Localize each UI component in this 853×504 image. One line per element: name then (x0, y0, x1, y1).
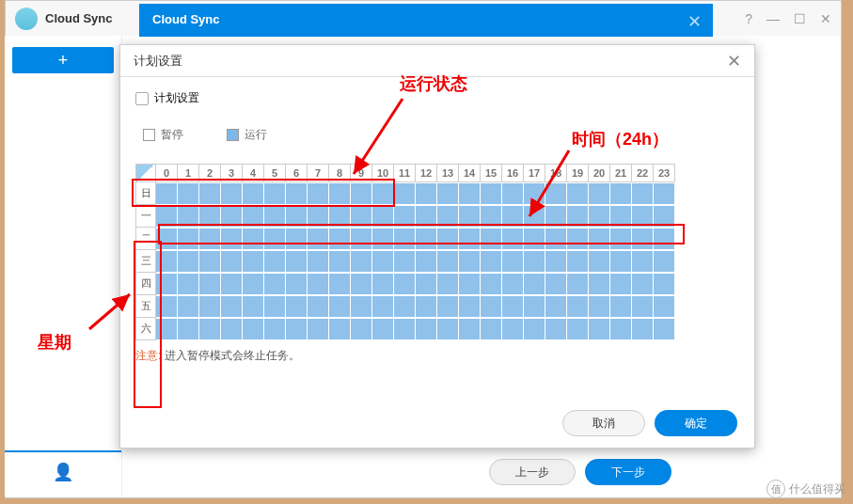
schedule-cell[interactable] (589, 205, 610, 228)
schedule-cell[interactable] (610, 228, 632, 250)
schedule-cell[interactable] (632, 295, 654, 318)
schedule-cell[interactable] (502, 273, 524, 295)
hour-header-cell[interactable]: 18 (545, 164, 567, 182)
schedule-cell[interactable] (545, 250, 567, 273)
schedule-cell[interactable] (654, 228, 675, 250)
schedule-cell[interactable] (524, 250, 545, 273)
grid-corner[interactable] (135, 164, 156, 182)
schedule-cell[interactable] (178, 182, 199, 205)
schedule-cell[interactable] (221, 182, 243, 205)
day-header-cell[interactable]: 三 (135, 250, 156, 273)
hour-header-cell[interactable]: 19 (567, 164, 589, 182)
schedule-cell[interactable] (351, 182, 372, 205)
schedule-cell[interactable] (329, 250, 351, 273)
schedule-cell[interactable] (264, 273, 286, 295)
schedule-cell[interactable] (610, 295, 632, 318)
schedule-cell[interactable] (199, 182, 221, 205)
schedule-cell[interactable] (243, 205, 264, 228)
schedule-cell[interactable] (178, 250, 199, 273)
day-header-cell[interactable]: 一 (135, 205, 156, 228)
schedule-cell[interactable] (308, 205, 329, 228)
schedule-cell[interactable] (502, 250, 524, 273)
hour-header-cell[interactable]: 2 (199, 164, 221, 182)
schedule-cell[interactable] (351, 228, 372, 250)
schedule-cell[interactable] (545, 318, 567, 340)
schedule-cell[interactable] (502, 295, 524, 318)
schedule-cell[interactable] (199, 318, 221, 340)
schedule-cell[interactable] (610, 182, 632, 205)
schedule-cell[interactable] (308, 182, 329, 205)
schedule-cell[interactable] (502, 205, 524, 228)
schedule-cell[interactable] (178, 273, 199, 295)
schedule-cell[interactable] (329, 182, 351, 205)
schedule-cell[interactable] (372, 295, 394, 318)
schedule-cell[interactable] (416, 250, 437, 273)
schedule-cell[interactable] (372, 250, 394, 273)
schedule-cell[interactable] (437, 295, 459, 318)
schedule-cell[interactable] (416, 273, 437, 295)
schedule-cell[interactable] (481, 295, 502, 318)
schedule-cell[interactable] (610, 273, 632, 295)
schedule-cell[interactable] (286, 250, 308, 273)
schedule-cell[interactable] (178, 205, 199, 228)
schedule-cell[interactable] (221, 295, 243, 318)
schedule-cell[interactable] (351, 205, 372, 228)
schedule-cell[interactable] (610, 205, 632, 228)
schedule-cell[interactable] (481, 318, 502, 340)
schedule-cell[interactable] (264, 182, 286, 205)
schedule-cell[interactable] (156, 295, 178, 318)
schedule-cell[interactable] (632, 228, 654, 250)
schedule-cell[interactable] (459, 228, 481, 250)
schedule-cell[interactable] (524, 228, 545, 250)
schedule-cell[interactable] (545, 182, 567, 205)
hour-header-cell[interactable]: 14 (459, 164, 481, 182)
schedule-cell[interactable] (567, 205, 589, 228)
schedule-cell[interactable] (524, 295, 545, 318)
schedule-cell[interactable] (156, 273, 178, 295)
hour-header-cell[interactable]: 16 (502, 164, 524, 182)
schedule-cell[interactable] (286, 318, 308, 340)
schedule-cell[interactable] (264, 205, 286, 228)
schedule-cell[interactable] (545, 295, 567, 318)
schedule-cell[interactable] (178, 318, 199, 340)
schedule-cell[interactable] (351, 295, 372, 318)
schedule-cell[interactable] (329, 205, 351, 228)
schedule-cell[interactable] (264, 295, 286, 318)
prev-button[interactable]: 上一步 (489, 459, 576, 485)
schedule-cell[interactable] (502, 182, 524, 205)
hour-header-cell[interactable]: 20 (589, 164, 610, 182)
schedule-cell[interactable] (545, 273, 567, 295)
schedule-cell[interactable] (372, 318, 394, 340)
schedule-cell[interactable] (437, 250, 459, 273)
schedule-cell[interactable] (416, 182, 437, 205)
schedule-cell[interactable] (654, 182, 675, 205)
schedule-cell[interactable] (308, 250, 329, 273)
dialog-close-icon[interactable]: ✕ (727, 51, 741, 71)
schedule-cell[interactable] (199, 295, 221, 318)
hour-header-cell[interactable]: 0 (156, 164, 178, 182)
hour-header-cell[interactable]: 8 (329, 164, 351, 182)
schedule-cell[interactable] (416, 295, 437, 318)
schedule-cell[interactable] (372, 273, 394, 295)
schedule-cell[interactable] (394, 250, 416, 273)
schedule-cell[interactable] (567, 273, 589, 295)
schedule-cell[interactable] (524, 318, 545, 340)
schedule-cell[interactable] (221, 228, 243, 250)
schedule-cell[interactable] (394, 182, 416, 205)
schedule-cell[interactable] (481, 182, 502, 205)
schedule-cell[interactable] (372, 182, 394, 205)
schedule-cell[interactable] (286, 273, 308, 295)
schedule-cell[interactable] (416, 205, 437, 228)
schedule-cell[interactable] (589, 182, 610, 205)
day-header-cell[interactable]: 二 (135, 228, 156, 250)
schedule-cell[interactable] (221, 205, 243, 228)
schedule-cell[interactable] (243, 318, 264, 340)
schedule-cell[interactable] (199, 273, 221, 295)
minimize-icon[interactable]: — (766, 11, 780, 26)
schedule-cell[interactable] (416, 228, 437, 250)
schedule-cell[interactable] (243, 228, 264, 250)
hour-header-cell[interactable]: 23 (654, 164, 675, 182)
schedule-cell[interactable] (243, 250, 264, 273)
hour-header-cell[interactable]: 7 (308, 164, 329, 182)
schedule-cell[interactable] (459, 318, 481, 340)
